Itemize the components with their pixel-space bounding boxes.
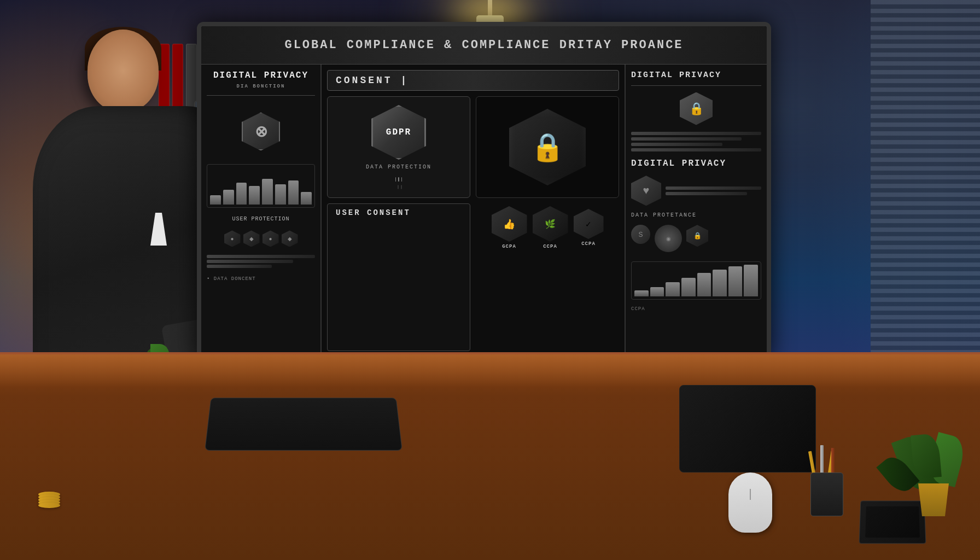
chart-bar-3 — [236, 183, 247, 205]
left-panel: DIGITAL PRIVACY DIA BONCTION ⊗ — [201, 26, 322, 357]
pencil-holder — [810, 462, 843, 516]
small-hex-1: ● — [224, 230, 241, 247]
seg-6 — [401, 185, 402, 189]
small-hex-2: ◆ — [243, 230, 260, 247]
seg-3 — [401, 177, 402, 182]
small-icons-row: ● ◆ ● ◆ — [207, 230, 315, 247]
right-heart-row: ♥ — [631, 176, 761, 206]
consent-badge: CONSENT | — [327, 70, 619, 91]
small-hex-3: ● — [262, 230, 279, 247]
user-consent-card: USER CONSENT — [327, 203, 470, 351]
header-title: GLOBAL COMPLIANCE & COMPLIANCE DRITAY PR… — [284, 38, 683, 52]
chart-bar-4 — [249, 186, 260, 205]
chart-bar-1 — [210, 195, 221, 205]
lock-card: 🔒 — [476, 96, 619, 198]
chart-bar-6 — [275, 184, 286, 205]
pencil-holder-body — [810, 472, 843, 516]
right-bar-4 — [681, 278, 696, 297]
ccpa-hex-2: ✓ — [574, 209, 604, 239]
seg-5 — [398, 185, 399, 189]
small-hex-4: ◆ — [282, 230, 298, 247]
chart-bar-8 — [301, 192, 312, 205]
right-heart-text — [666, 186, 761, 195]
gdpr-card: GDPR DATA PROTECTION — [327, 96, 470, 198]
small-hex-right: 🔒 — [686, 225, 708, 247]
large-plant — [914, 483, 953, 516]
right-line-2 — [631, 137, 742, 141]
right-bar-7 — [728, 266, 743, 296]
user-consent-title: USER CONSENT — [336, 208, 462, 217]
consent-text: CONSENT | — [336, 75, 409, 86]
right-text-lines — [631, 132, 761, 151]
text-line-3 — [207, 265, 272, 268]
user-protection-label: USER PROTECTION — [207, 216, 315, 222]
gcpa-icon: 👍 — [503, 218, 515, 230]
right-heart-line-2 — [666, 192, 747, 195]
ccpa-bottom: CCPA — [631, 306, 761, 312]
ccpa-icon-2: ✓ — [585, 220, 592, 229]
keyboard-keys — [210, 398, 397, 408]
person-head — [88, 30, 159, 112]
coins-left — [38, 492, 60, 505]
data-protection-right: DATA PROTETANCE — [631, 212, 761, 218]
regulation-section: 👍 GCPA 🌿 CCPA ✓ — [476, 203, 619, 351]
gcpa-item: 👍 GCPA — [492, 206, 527, 249]
progress-bars — [395, 177, 402, 189]
hex-shape: ⊗ — [242, 112, 280, 150]
gcpa-hex: 👍 — [492, 206, 527, 242]
ccpa-label-2: CCPA — [581, 241, 596, 247]
mousepad — [679, 385, 816, 472]
text-line-1 — [207, 255, 315, 258]
monitor-header: GLOBAL COMPLIANCE & COMPLIANCE DRITAY PR… — [201, 26, 767, 65]
ccpa-icon-1: 🌿 — [545, 219, 556, 229]
text-lines-left — [207, 255, 315, 268]
chart-bar-7 — [288, 180, 299, 205]
right-bar-2 — [650, 287, 664, 296]
gcpa-label: GCPA — [502, 244, 516, 249]
right-line-3 — [631, 143, 722, 146]
right-line-4 — [631, 148, 761, 151]
digital-privacy-label: DIGITAL PRIVACY — [631, 158, 761, 170]
lock-symbol: 🔒 — [530, 131, 564, 163]
data-consent-label: • DATA DONCENT — [207, 276, 315, 282]
bottom-right-section: S ◉ 🔒 — [631, 225, 761, 252]
left-hex-icon: ⊗ — [239, 109, 283, 153]
gdpr-label: DATA PROTECTION — [366, 164, 431, 170]
right-chart — [631, 261, 761, 300]
monitor-screen: GLOBAL COMPLIANCE & COMPLIANCE DRITAY PR… — [201, 26, 767, 357]
chart-bar-5 — [262, 179, 273, 205]
small-circle-1: S — [631, 225, 650, 244]
left-chart — [207, 164, 315, 208]
notebook-page — [865, 506, 920, 538]
mouse[interactable] — [728, 472, 772, 533]
lock-hex: 🔒 — [509, 109, 586, 185]
desk-surface — [0, 352, 980, 560]
plant-leaves — [898, 423, 969, 489]
text-line-2 — [207, 260, 293, 263]
progress-row-2 — [395, 185, 402, 189]
keyboard[interactable] — [205, 398, 402, 451]
person-collar — [150, 213, 167, 246]
seg-1 — [395, 177, 396, 182]
hex-symbol: ⊗ — [255, 122, 267, 141]
right-bar-6 — [713, 270, 727, 296]
gdpr-hex: GDPR — [371, 105, 426, 160]
monitor: GLOBAL COMPLIANCE & COMPLIANCE DRITAY PR… — [197, 22, 771, 361]
right-lock-row: 🔒 — [631, 92, 761, 125]
ccpa-hex-1: 🌿 — [533, 206, 568, 242]
window-blinds — [871, 0, 980, 383]
ccpa-item-1: 🌿 CCPA — [533, 206, 568, 249]
globe-circle: ◉ — [655, 225, 682, 252]
plant-pot — [914, 483, 953, 516]
right-bar-8 — [744, 265, 758, 296]
main-scene: GLOBAL COMPLIANCE & COMPLIANCE DRITAY PR… — [0, 0, 980, 560]
left-panel-title: DIGITAL PRIVACY DIA BONCTION — [207, 70, 315, 96]
right-line-1 — [631, 132, 761, 135]
gdpr-text: GDPR — [386, 127, 411, 137]
seg-2 — [398, 177, 399, 182]
coin-5 — [38, 503, 60, 508]
right-heart-line-1 — [666, 186, 761, 190]
chart-bar-2 — [223, 190, 234, 205]
center-panel: CONSENT | GDPR DATA PROTECTION — [322, 26, 625, 357]
right-panel: DIGITAL PRIVACY 🔒 DIGITAL PRIVACY ♥ — [625, 26, 767, 357]
